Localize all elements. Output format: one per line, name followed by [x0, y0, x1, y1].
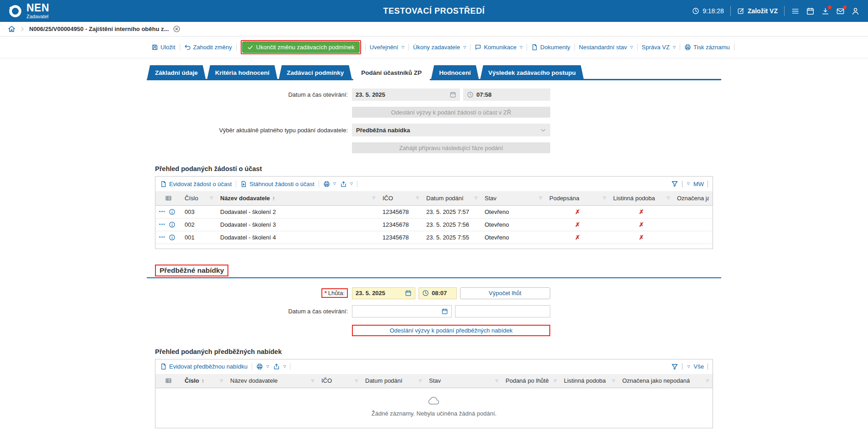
column-cislo[interactable]: Číslo▽	[181, 191, 217, 205]
column-cislo[interactable]: Číslo↑▽	[181, 374, 227, 388]
column-datum-podani[interactable]: Datum podání▽	[423, 191, 481, 205]
column-ico[interactable]: IČO▽	[318, 374, 362, 388]
column-ico[interactable]: IČO▽	[379, 191, 423, 205]
column-podana-po-lhute[interactable]: Podaná po lhůtě▽	[502, 374, 560, 388]
submission-type-select[interactable]: Předběžná nabídka	[352, 124, 550, 136]
send-participation-request-button[interactable]: Odeslání výzvy k podání žádostí o účast …	[352, 107, 550, 118]
info-icon[interactable]	[169, 234, 176, 241]
messages-button[interactable]	[836, 7, 845, 16]
tab-podani-ucastniku-zp[interactable]: Podání účastníků ZP	[353, 65, 430, 80]
print-record-button[interactable]: Tisk záznamu	[684, 44, 730, 51]
print-menu-button[interactable]: ▽	[256, 363, 269, 370]
calendar-icon[interactable]	[405, 290, 412, 296]
calculate-deadlines-button[interactable]: Výpočet lhůt	[460, 287, 550, 299]
filter-caret-icon[interactable]: ▽	[210, 196, 213, 200]
column-podepsana[interactable]: Podepsána▽	[546, 191, 610, 205]
cell-oznacena	[673, 218, 713, 231]
filter-caret-icon[interactable]: ▽	[667, 196, 670, 200]
divider	[574, 44, 575, 51]
nen-brand[interactable]: NEN Zadavatel	[8, 3, 49, 19]
breadcrumb: N006/25/V00004950 - Zajištění interního …	[0, 22, 868, 36]
profile-button[interactable]	[851, 7, 860, 16]
filter-caret-icon[interactable]: ▽	[355, 379, 358, 383]
close-tab-icon[interactable]	[173, 25, 181, 33]
tab-vysledek-zadavaciho-postupu[interactable]: Výsledek zadávacího postupu	[480, 65, 584, 80]
filter-caret-icon[interactable]: ▽	[220, 379, 223, 383]
record-tabs: Základní údaje Kritéria hodnocení Zadáva…	[147, 65, 721, 80]
save-button[interactable]: Uložit	[151, 44, 176, 51]
row-menu-icon[interactable]: •••	[159, 209, 165, 214]
tab-zadavaci-podminky[interactable]: Zadávací podmínky	[279, 65, 352, 80]
info-icon[interactable]	[169, 208, 176, 215]
deadline-date-field[interactable]: 23. 5. 2025	[352, 287, 415, 299]
downloads-button[interactable]	[821, 7, 830, 16]
filter-icon[interactable]	[671, 180, 678, 187]
filter-caret-icon[interactable]: ▽	[706, 379, 709, 383]
home-icon[interactable]	[8, 25, 16, 33]
export-menu-button[interactable]: ▽	[273, 363, 286, 370]
register-prelim-offer-button[interactable]: Evidovat předběžnou nabídku	[160, 363, 248, 370]
divider	[784, 6, 785, 16]
documents-button[interactable]: Dokumenty	[531, 44, 570, 51]
calendar-button[interactable]	[806, 7, 815, 16]
calendar-icon[interactable]	[441, 308, 448, 315]
clock-time: 9:18:28	[703, 7, 724, 15]
main-menu-button[interactable]	[791, 7, 800, 16]
filter-caret-icon[interactable]: ▽	[554, 379, 557, 383]
filter-caret-icon[interactable]: ▽	[372, 196, 375, 200]
filter-caret-icon[interactable]: ▽	[603, 196, 606, 200]
caret-down-icon: ▽	[402, 46, 404, 49]
publish-menu-button[interactable]: Uveřejnění ▽	[370, 44, 404, 51]
column-nazev-dodavatele[interactable]: Název dodavatele↑▽	[217, 191, 379, 205]
manage-vz-menu-button[interactable]: Správa VZ ▽	[642, 44, 676, 51]
opening-time-field[interactable]: 07:58	[463, 88, 550, 101]
register-request-button[interactable]: Evidovat žádost o účast	[160, 181, 232, 187]
row-menu-icon[interactable]: •••	[159, 235, 165, 239]
prelim-opening-time-field[interactable]	[455, 305, 550, 317]
breadcrumb-item[interactable]: N006/25/V00004950 - Zajištění interního …	[29, 26, 169, 32]
column-listinna-podoba[interactable]: Listinná podoba▽	[560, 374, 619, 388]
caret-down-icon[interactable]: ▽	[687, 182, 690, 186]
filter-caret-icon[interactable]: ▽	[311, 379, 314, 383]
view-selector[interactable]: Vše	[694, 363, 704, 370]
filter-caret-icon[interactable]: ▽	[419, 379, 422, 383]
column-nazev-dodavatele[interactable]: Název dodavatele▽	[227, 374, 318, 388]
print-menu-button[interactable]: ▽	[323, 181, 336, 187]
filter-caret-icon[interactable]: ▽	[539, 196, 542, 200]
tab-kriteria-hodnoceni[interactable]: Kritéria hodnocení	[207, 65, 278, 80]
export-menu-button[interactable]: ▽	[340, 181, 353, 187]
prelim-opening-date-field[interactable]	[352, 305, 452, 317]
filter-caret-icon[interactable]: ▽	[475, 196, 477, 200]
nonstandard-state-menu-button[interactable]: Nestandardní stav ▽	[579, 44, 633, 51]
create-vz-label: Založit VZ	[748, 7, 778, 15]
view-selector[interactable]: MW	[693, 181, 704, 187]
column-stav[interactable]: Stav▽	[425, 374, 502, 388]
opening-date-field[interactable]: 23. 5. 2025	[352, 88, 460, 101]
contracting-tasks-menu-button[interactable]: Úkony zadavatele ▽	[413, 44, 466, 51]
row-menu-icon[interactable]: •••	[159, 222, 165, 227]
filter-caret-icon[interactable]: ▽	[612, 379, 615, 383]
caret-down-icon[interactable]: ▽	[687, 365, 690, 369]
start-next-phase-button[interactable]: Zahájit přípravu následující fáze podání	[352, 142, 550, 153]
deadline-time-field[interactable]: 08:07	[418, 287, 456, 299]
filter-caret-icon[interactable]: ▽	[416, 196, 419, 200]
filter-icon[interactable]	[671, 363, 678, 370]
requests-table-view-controls: ▽ MW	[671, 180, 708, 187]
filter-caret-icon[interactable]: ▽	[496, 379, 498, 383]
send-prelim-offers-invite-button[interactable]: Odeslání výzvy k podání předběžných nabí…	[352, 325, 550, 336]
tab-hodnoceni[interactable]: Hodnocení	[431, 65, 479, 80]
info-icon[interactable]	[169, 221, 176, 228]
tab-zakladni-udaje[interactable]: Základní údaje	[147, 65, 206, 80]
end-terms-change-button[interactable]: Ukončit změnu zadávacích podmínek	[242, 42, 360, 53]
download-requests-button[interactable]: Stáhnout žádosti o účast	[240, 181, 314, 187]
annotation-red-box: Ukončit změnu zadávacích podmínek	[241, 40, 361, 54]
column-stav[interactable]: Stav▽	[481, 191, 546, 205]
column-listinna-podoba[interactable]: Listinná podoba▽	[610, 191, 673, 205]
discard-changes-button[interactable]: Zahodit změny	[184, 44, 232, 51]
create-vz-button[interactable]: Založit VZ	[737, 7, 778, 15]
column-oznacena[interactable]: Označena jako nepodaná	[673, 191, 713, 205]
communication-menu-button[interactable]: Komunikace ▽	[475, 44, 522, 51]
opening-time-value: 07:58	[476, 91, 491, 98]
column-oznacena-jako-nepodana[interactable]: Označena jako nepodaná▽	[619, 374, 713, 388]
column-datum-podani[interactable]: Datum podání▽	[362, 374, 425, 388]
